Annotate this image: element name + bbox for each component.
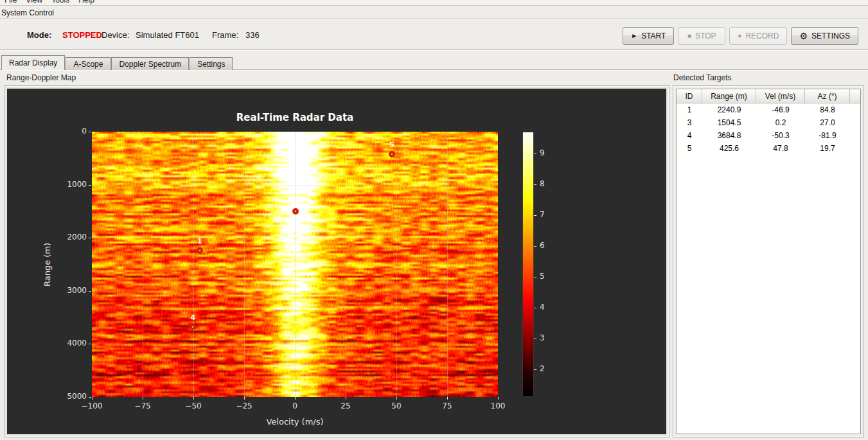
y-tick-label: 5000 <box>42 392 87 401</box>
table-cell: 84.8 <box>805 103 850 116</box>
play-icon: ► <box>631 33 637 39</box>
colorbar-tick-label: 2 <box>540 364 545 373</box>
range-doppler-heatmap <box>92 132 498 397</box>
y-tick-label: 1000 <box>42 180 87 189</box>
table-row[interactable]: 43684.8-50.3-81.9 <box>677 129 860 142</box>
menu-items: FileViewToolsHelp <box>0 0 868 5</box>
frame-label: Frame: <box>212 30 238 40</box>
colorbar-tick-mark <box>534 154 536 154</box>
record-icon: ● <box>738 33 741 39</box>
table-cell: 5 <box>677 142 702 155</box>
x-tick-mark <box>244 397 245 400</box>
table-row[interactable]: 31504.50.227.0 <box>677 116 860 129</box>
table-cell: 1504.5 <box>702 116 756 129</box>
colorbar-tick-label: 6 <box>540 241 545 250</box>
table-cell: 19.7 <box>805 142 850 155</box>
detected-targets-table: IDRange (m)Vel (m/s)Az (°) 12240.9-46.98… <box>676 89 861 434</box>
table-body: 12240.9-46.984.831504.50.227.043684.8-50… <box>677 103 860 155</box>
column-header-az[interactable]: Az (°) <box>805 89 850 103</box>
x-tick-mark <box>346 397 346 400</box>
table-header-row: IDRange (m)Vel (m/s)Az (°) <box>677 89 860 103</box>
colorbar-tick-label: 8 <box>540 179 545 188</box>
stop-button[interactable]: ■STOP <box>678 27 725 45</box>
target-label: 3 <box>293 198 298 206</box>
target-marker <box>389 151 395 157</box>
mode-label: Mode: <box>27 30 51 40</box>
settings-button-label: SETTINGS <box>811 31 850 40</box>
range-doppler-map-frame: Real-Time Radar Data Velocity (m/s) Rang… <box>4 85 669 437</box>
colorbar-tick-label: 9 <box>540 148 545 157</box>
y-tick-label: 2000 <box>42 233 87 242</box>
table-cell: 3 <box>677 116 702 129</box>
table-row[interactable]: 12240.9-46.984.8 <box>677 103 860 116</box>
colorbar-tick-label: 4 <box>540 303 545 312</box>
table-cell: 1 <box>677 103 702 116</box>
radar-app-window: { "menu": { "items": ["File", "View", "T… <box>0 0 868 440</box>
column-header-id[interactable]: ID <box>677 89 702 103</box>
x-tick-mark <box>295 397 296 400</box>
record-button[interactable]: ●RECORD <box>729 27 787 45</box>
frame-value: 336 <box>245 30 260 40</box>
table-cell: 47.8 <box>756 142 805 155</box>
x-tick-mark <box>193 397 194 400</box>
range-doppler-chart: Real-Time Radar Data Velocity (m/s) Rang… <box>7 89 666 434</box>
x-tick-mark <box>498 397 499 400</box>
column-header-range-m[interactable]: Range (m) <box>702 89 756 103</box>
column-header-filler <box>850 89 860 103</box>
system-control-group-title: System Control <box>1 8 54 17</box>
y-tick-mark <box>89 185 91 186</box>
colorbar <box>522 132 534 397</box>
tab-settings[interactable]: Settings <box>190 57 233 70</box>
detected-targets-caption: Detected Targets <box>673 73 732 82</box>
target-label: 4 <box>190 313 195 322</box>
transport-buttons: ►START■STOP●RECORD⚙SETTINGS <box>623 27 858 45</box>
gear-icon: ⚙ <box>799 31 808 40</box>
colorbar-tick-mark <box>534 308 536 308</box>
target-marker <box>190 324 196 330</box>
x-tick-label: −50 <box>185 401 201 410</box>
colorbar-tick-mark <box>534 277 536 277</box>
start-button[interactable]: ►START <box>623 27 674 45</box>
mode-value: STOPPED <box>62 30 102 40</box>
detected-targets-frame: IDRange (m)Vel (m/s)Az (°) 12240.9-46.98… <box>673 85 864 437</box>
system-control-panel: Mode: STOPPED Device: Simulated FT601 Fr… <box>0 19 868 50</box>
y-tick-mark <box>89 291 91 292</box>
menu-item-help[interactable]: Help <box>76 0 102 4</box>
y-tick-mark <box>89 397 91 398</box>
tab-doppler-spectrum[interactable]: Doppler Spectrum <box>111 57 189 70</box>
colorbar-tick-label: 3 <box>540 333 545 342</box>
y-axis-label: Range (m) <box>42 242 52 286</box>
y-tick-mark <box>89 238 91 238</box>
x-tick-mark <box>447 397 448 400</box>
y-tick-label: 4000 <box>42 339 87 348</box>
x-tick-label: 25 <box>341 401 350 410</box>
x-tick-mark <box>92 397 93 400</box>
menu-bar: FileViewToolsHelp <box>0 0 868 6</box>
y-tick-mark <box>89 344 91 344</box>
colorbar-tick-mark <box>534 246 536 247</box>
menu-item-view[interactable]: View <box>24 0 49 4</box>
colorbar-tick-mark <box>534 339 536 339</box>
x-tick-label: 0 <box>292 401 297 410</box>
table-cell: 425.6 <box>702 142 756 155</box>
tab-a-scope[interactable]: A-Scope <box>66 57 111 70</box>
settings-button[interactable]: ⚙SETTINGS <box>791 27 858 45</box>
tab-radar-display[interactable]: Radar Display <box>1 55 65 70</box>
device-label: Device: <box>102 30 129 40</box>
table-row[interactable]: 5425.647.819.7 <box>677 142 860 155</box>
table-cell: 2240.9 <box>702 103 756 116</box>
menu-item-file[interactable]: File <box>3 0 24 4</box>
colorbar-tick-label: 7 <box>540 210 545 219</box>
colorbar-tick-mark <box>534 184 536 185</box>
menu-item-tools[interactable]: Tools <box>49 0 76 4</box>
range-doppler-map-panel: Real-Time Radar Data Velocity (m/s) Rang… <box>7 89 666 434</box>
target-label: 5 <box>389 141 394 149</box>
column-header-vel-m-s[interactable]: Vel (m/s) <box>756 89 805 103</box>
chart-title: Real-Time Radar Data <box>92 112 498 123</box>
y-tick-label: 3000 <box>42 286 87 295</box>
colorbar-tick-mark <box>534 215 536 216</box>
table-cell: -50.3 <box>756 129 805 142</box>
target-label: 1 <box>197 237 202 245</box>
table-cell: 3684.8 <box>702 129 756 142</box>
y-tick-mark <box>89 132 91 132</box>
